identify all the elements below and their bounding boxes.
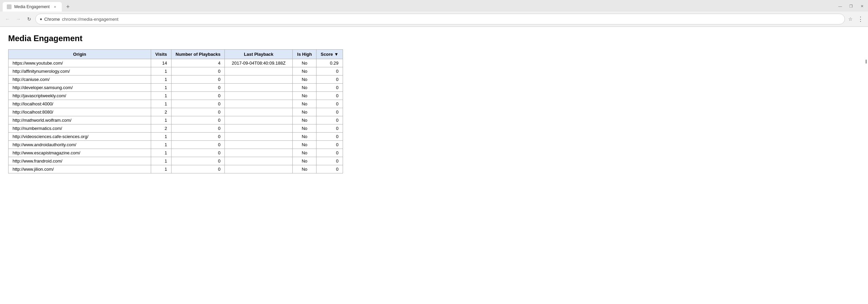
cell-is-high: No: [293, 141, 317, 149]
cell-is-high: No: [293, 133, 317, 141]
browser-frame: Media Engagement × + — ❐ ✕ ← → ↻ ● Chrom…: [0, 0, 868, 27]
cell-visits: 1: [151, 165, 171, 173]
cell-playbacks: 0: [171, 84, 225, 92]
cell-origin: http://www.jilion.com/: [8, 165, 151, 173]
cell-score: 0: [317, 92, 343, 100]
cell-playbacks: 0: [171, 165, 225, 173]
cell-visits: 1: [151, 100, 171, 108]
cell-is-high: No: [293, 75, 317, 84]
cell-origin: http://videosciences.cafe-sciences.org/: [8, 133, 151, 141]
cell-last-playback: [225, 141, 293, 149]
security-icon: ●: [40, 17, 42, 21]
cell-score: 0.29: [317, 59, 343, 67]
scrollbar-indicator[interactable]: [866, 60, 867, 64]
window-controls: — ❐ ✕: [837, 3, 865, 11]
cell-origin: http://mathworld.wolfram.com/: [8, 116, 151, 124]
cell-score: 0: [317, 108, 343, 116]
cell-playbacks: 0: [171, 75, 225, 84]
back-button[interactable]: ←: [3, 14, 12, 24]
cell-score: 0: [317, 165, 343, 173]
table-row: http://javascriptweekly.com/10No0: [8, 92, 343, 100]
cell-origin: http://developer.samsung.com/: [8, 84, 151, 92]
cell-last-playback: [225, 100, 293, 108]
cell-playbacks: 0: [171, 157, 225, 165]
cell-is-high: No: [293, 165, 317, 173]
cell-origin: http://numbermatics.com/: [8, 124, 151, 133]
refresh-button[interactable]: ↻: [24, 14, 34, 24]
table-wrapper: Origin Visits Number of Playbacks Last P…: [8, 49, 860, 173]
tab-close-button[interactable]: ×: [52, 4, 58, 10]
page-content: Media Engagement Origin Visits Number of…: [0, 27, 868, 180]
header-playbacks: Number of Playbacks: [171, 50, 225, 59]
menu-button[interactable]: ⋮: [856, 14, 865, 24]
restore-button[interactable]: ❐: [848, 3, 854, 10]
cell-score: 0: [317, 157, 343, 165]
header-visits: Visits: [151, 50, 171, 59]
cell-score: 0: [317, 149, 343, 157]
cell-origin: http://caniuse.com/: [8, 75, 151, 84]
cell-is-high: No: [293, 100, 317, 108]
cell-origin: https://www.youtube.com/: [8, 59, 151, 67]
cell-last-playback: [225, 116, 293, 124]
cell-is-high: No: [293, 157, 317, 165]
cell-playbacks: 0: [171, 141, 225, 149]
cell-playbacks: 0: [171, 133, 225, 141]
table-row: http://videosciences.cafe-sciences.org/1…: [8, 133, 343, 141]
cell-last-playback: [225, 157, 293, 165]
cell-is-high: No: [293, 108, 317, 116]
table-row: http://www.androidauthority.com/10No0: [8, 141, 343, 149]
address-bar[interactable]: ● Chrome chrome://media-engagement: [35, 14, 845, 24]
cell-origin: http://javascriptweekly.com/: [8, 92, 151, 100]
header-last-playback: Last Playback: [225, 50, 293, 59]
active-tab[interactable]: Media Engagement ×: [3, 2, 62, 12]
table-row: http://caniuse.com/10No0: [8, 75, 343, 84]
cell-origin: http://localhost:4000/: [8, 100, 151, 108]
header-score[interactable]: Score ▼: [317, 50, 343, 59]
header-is-high: Is High: [293, 50, 317, 59]
new-tab-button[interactable]: +: [63, 2, 73, 12]
cell-last-playback: [225, 149, 293, 157]
cell-visits: 1: [151, 141, 171, 149]
cell-visits: 2: [151, 124, 171, 133]
bookmark-button[interactable]: ☆: [846, 15, 854, 23]
cell-is-high: No: [293, 124, 317, 133]
cell-last-playback: [225, 133, 293, 141]
table-row: http://localhost:4000/10No0: [8, 100, 343, 108]
cell-visits: 1: [151, 92, 171, 100]
minimize-button[interactable]: —: [837, 3, 844, 10]
cell-is-high: No: [293, 59, 317, 67]
cell-is-high: No: [293, 67, 317, 75]
cell-playbacks: 0: [171, 100, 225, 108]
cell-visits: 1: [151, 149, 171, 157]
close-button[interactable]: ✕: [858, 3, 865, 10]
cell-playbacks: 0: [171, 67, 225, 75]
address-text: chrome://media-engagement: [62, 17, 841, 22]
cell-last-playback: 2017-09-04T08:40:09.188Z: [225, 59, 293, 67]
table-body: https://www.youtube.com/1442017-09-04T08…: [8, 59, 343, 173]
cell-visits: 1: [151, 67, 171, 75]
cell-playbacks: 4: [171, 59, 225, 67]
cell-score: 0: [317, 124, 343, 133]
tab-favicon: [7, 4, 12, 9]
cell-is-high: No: [293, 149, 317, 157]
cell-is-high: No: [293, 92, 317, 100]
cell-playbacks: 0: [171, 108, 225, 116]
cell-is-high: No: [293, 116, 317, 124]
cell-playbacks: 0: [171, 124, 225, 133]
cell-origin: http://localhost:8080/: [8, 108, 151, 116]
cell-visits: 1: [151, 157, 171, 165]
cell-origin: http://www.frandroid.com/: [8, 157, 151, 165]
cell-score: 0: [317, 116, 343, 124]
cell-score: 0: [317, 133, 343, 141]
table-row: http://www.jilion.com/10No0: [8, 165, 343, 173]
cell-origin: http://www.androidauthority.com/: [8, 141, 151, 149]
table-row: http://developer.samsung.com/10No0: [8, 84, 343, 92]
cell-score: 0: [317, 84, 343, 92]
cell-score: 0: [317, 141, 343, 149]
cell-visits: 1: [151, 116, 171, 124]
table-row: https://www.youtube.com/1442017-09-04T08…: [8, 59, 343, 67]
cell-last-playback: [225, 92, 293, 100]
cell-visits: 1: [151, 75, 171, 84]
cell-last-playback: [225, 84, 293, 92]
forward-button[interactable]: →: [14, 14, 23, 24]
